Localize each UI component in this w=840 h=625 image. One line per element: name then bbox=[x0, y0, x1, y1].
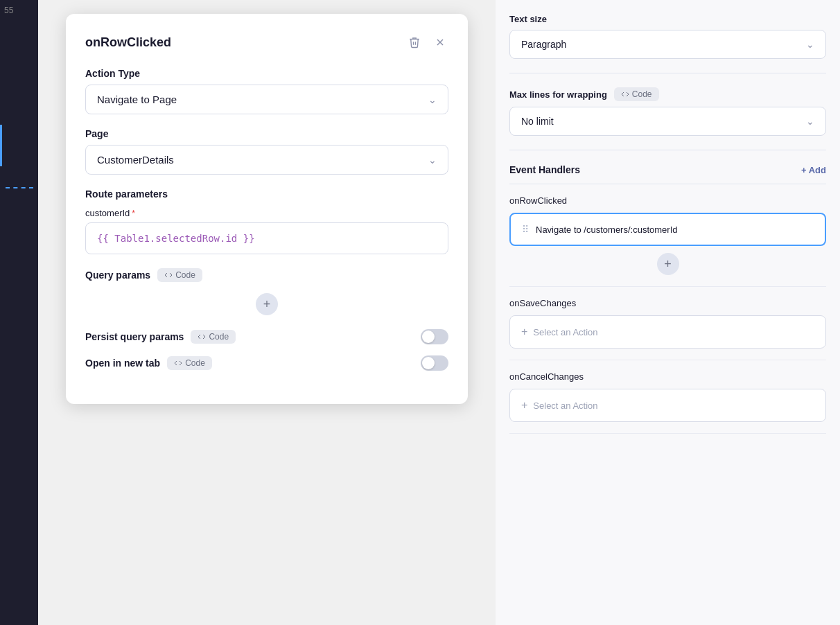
modal-header-actions bbox=[405, 33, 448, 51]
max-lines-chevron: ⌄ bbox=[806, 116, 814, 127]
text-size-chevron: ⌄ bbox=[806, 39, 814, 50]
main-area: onRowClicked bbox=[38, 0, 840, 625]
action-type-label: Action Type bbox=[85, 68, 448, 79]
select-action-box-2[interactable]: + Select an Action bbox=[509, 389, 826, 422]
sidebar-dashed-line bbox=[6, 187, 33, 188]
on-row-clicked-section: onRowClicked ⠿ Navigate to /customers/:c… bbox=[509, 184, 826, 287]
max-lines-code-badge[interactable]: Code bbox=[614, 87, 659, 101]
trash-icon bbox=[408, 36, 421, 49]
max-lines-section: Max lines for wrapping Code No limit ⌄ bbox=[509, 73, 826, 150]
event-handlers-header: Event Handlers + Add bbox=[509, 150, 826, 184]
modal-title: onRowClicked bbox=[85, 35, 171, 50]
plus-icon-1: + bbox=[521, 326, 527, 338]
modal-card: onRowClicked bbox=[66, 14, 468, 404]
sidebar-blue-bar bbox=[0, 125, 2, 166]
add-query-param-button[interactable]: + bbox=[256, 293, 278, 315]
select-action-box-1[interactable]: + Select an Action bbox=[509, 315, 826, 349]
navigate-action-box[interactable]: ⠿ Navigate to /customers/:customerId bbox=[509, 213, 826, 246]
max-lines-header: Max lines for wrapping Code bbox=[509, 87, 826, 101]
code-icon bbox=[164, 271, 173, 279]
sidebar-number: 55 bbox=[0, 0, 38, 21]
event-handlers-title: Event Handlers bbox=[509, 164, 580, 175]
drag-handle-icon: ⠿ bbox=[522, 224, 529, 235]
persist-query-row: Persist query params Code bbox=[85, 329, 448, 344]
sidebar-strip: 55 bbox=[0, 0, 38, 625]
open-new-tab-row: Open in new tab Code bbox=[85, 355, 448, 371]
max-lines-value: No limit bbox=[521, 116, 554, 127]
page-label: Page bbox=[85, 128, 448, 139]
plus-icon-2: + bbox=[521, 399, 527, 412]
on-save-changes-section: onSaveChanges + Select an Action bbox=[509, 287, 826, 360]
action-type-dropdown[interactable]: Navigate to Page ⌄ bbox=[85, 85, 448, 114]
action-type-value: Navigate to Page bbox=[97, 94, 177, 105]
on-cancel-changes-section: onCancelChanges + Select an Action bbox=[509, 360, 826, 434]
on-row-clicked-label: onRowClicked bbox=[509, 195, 826, 206]
text-size-value: Paragraph bbox=[521, 39, 566, 50]
max-lines-dropdown[interactable]: No limit ⌄ bbox=[509, 107, 826, 136]
persist-query-label: Persist query params bbox=[85, 331, 184, 342]
select-action-text-2: Select an Action bbox=[533, 400, 597, 411]
max-lines-label: Max lines for wrapping bbox=[509, 89, 607, 100]
query-params-label: Query params bbox=[85, 270, 150, 281]
customer-id-input[interactable]: {{ Table1.selectedRow.id }} bbox=[85, 222, 448, 254]
text-size-section: Text size Paragraph ⌄ bbox=[509, 0, 826, 73]
page-dropdown[interactable]: CustomerDetails ⌄ bbox=[85, 145, 448, 175]
open-new-tab-label: Open in new tab bbox=[85, 358, 160, 369]
route-params-label: Route parameters bbox=[85, 188, 448, 200]
query-params-row: Query params Code bbox=[85, 268, 448, 282]
page-chevron: ⌄ bbox=[428, 155, 437, 166]
page-value: CustomerDetails bbox=[97, 154, 174, 166]
code-icon-3 bbox=[174, 359, 182, 367]
customer-id-label: customerId * bbox=[85, 208, 448, 218]
text-size-label: Text size bbox=[509, 14, 826, 24]
persist-query-label-row: Persist query params Code bbox=[85, 330, 236, 344]
select-action-text-1: Select an Action bbox=[533, 327, 597, 337]
close-button[interactable] bbox=[432, 34, 448, 51]
delete-button[interactable] bbox=[405, 33, 423, 51]
on-cancel-changes-label: onCancelChanges bbox=[509, 371, 826, 382]
left-panel: onRowClicked bbox=[38, 0, 496, 625]
modal-header: onRowClicked bbox=[85, 33, 448, 51]
open-new-tab-code-badge[interactable]: Code bbox=[167, 356, 212, 370]
add-action-button[interactable]: + bbox=[657, 253, 679, 275]
code-icon-4 bbox=[621, 90, 629, 98]
persist-query-toggle[interactable] bbox=[421, 329, 448, 344]
query-params-code-badge[interactable]: Code bbox=[157, 268, 202, 282]
on-save-changes-label: onSaveChanges bbox=[509, 298, 826, 308]
right-panel: Text size Paragraph ⌄ Max lines for wrap… bbox=[496, 0, 840, 625]
open-new-tab-label-row: Open in new tab Code bbox=[85, 356, 212, 370]
persist-query-code-badge[interactable]: Code bbox=[191, 330, 236, 344]
navigate-action-text: Navigate to /customers/:customerId bbox=[536, 225, 677, 235]
text-size-dropdown[interactable]: Paragraph ⌄ bbox=[509, 30, 826, 59]
action-type-chevron: ⌄ bbox=[428, 94, 437, 105]
add-handler-button[interactable]: + Add bbox=[801, 165, 826, 175]
code-icon-2 bbox=[198, 333, 206, 341]
required-star: * bbox=[132, 209, 135, 218]
close-icon bbox=[435, 37, 446, 48]
open-new-tab-toggle[interactable] bbox=[421, 355, 448, 371]
